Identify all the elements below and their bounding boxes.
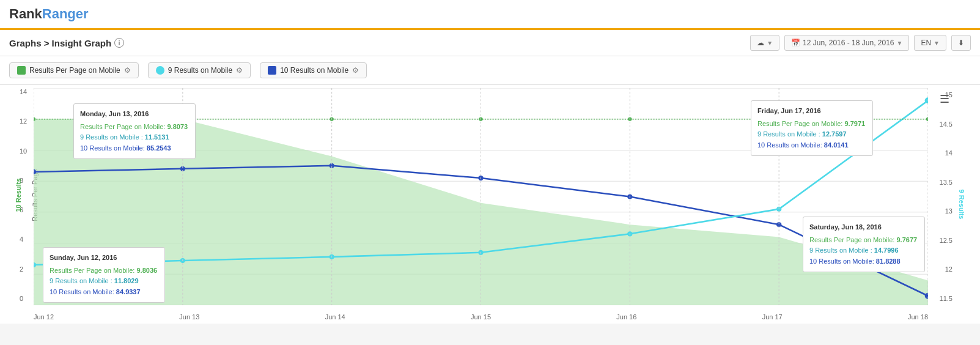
language-button[interactable]: EN ▼ xyxy=(914,35,946,51)
tooltip-jun12-lightblue: 9 Results on Mobile : 11.8029 xyxy=(50,276,158,287)
logo: RankRanger xyxy=(9,6,971,22)
cube-icon: ☁ xyxy=(757,39,764,47)
y-axis-right: 15 14.5 14 13.5 13 12.5 12 11.5 xyxy=(929,88,952,305)
legend-label-9-results: 9 Results on Mobile xyxy=(168,66,232,75)
legend-color-darkblue xyxy=(268,66,276,75)
legend-item-results-per-page[interactable]: Results Per Page on Mobile ⚙ xyxy=(9,62,139,78)
tooltip-jun18-darkblue: 10 Results on Mobile: 81.8288 xyxy=(809,256,918,267)
tooltip-jun18-lightblue: 9 Results on Mobile : 14.7996 xyxy=(809,245,918,256)
download-button[interactable]: ⬇ xyxy=(951,35,971,51)
tooltip-jun12-green: Results Per Page on Mobile: 9.8036 xyxy=(50,265,158,276)
x-label-jun15: Jun 15 xyxy=(471,313,491,321)
logo-rank: Rank xyxy=(9,6,42,21)
tooltip-jun17-green: Results Per Page on Mobile: 9.7971 xyxy=(757,119,866,130)
toolbar-right: ☁ ▼ 📅 12 Jun, 2016 - 18 Jun, 2016 ▼ EN ▼… xyxy=(750,35,971,51)
breadcrumb-text: Graphs > Insight Graph xyxy=(9,38,111,48)
tooltip-jun18-green: Results Per Page on Mobile: 9.7677 xyxy=(809,235,918,246)
y-right-axis-label: 9 Results xyxy=(959,190,966,220)
download-icon: ⬇ xyxy=(958,39,964,47)
x-label-jun18: Jun 18 xyxy=(908,313,928,321)
legend-item-9-results[interactable]: 9 Results on Mobile ⚙ xyxy=(148,62,251,78)
tooltip-jun12-date: Sunday, Jun 12, 2016 xyxy=(50,253,158,264)
tooltip-jun18-date: Saturday, Jun 18, 2016 xyxy=(809,222,918,233)
calendar-icon: 📅 xyxy=(791,39,800,47)
gear-icon-2[interactable]: ⚙ xyxy=(236,66,243,75)
logo-ranger: Ranger xyxy=(42,6,89,21)
y-left-axis-label-vertical: 10 Results xyxy=(15,178,22,212)
language-label: EN xyxy=(921,39,931,47)
chart-area: ☰ 10 Results 14 12 10 8 6 4 2 0 Results … xyxy=(0,85,980,324)
tooltip-jun12: Sunday, Jun 12, 2016 Results Per Page on… xyxy=(43,247,165,303)
x-label-jun14: Jun 14 xyxy=(325,313,345,321)
x-axis-labels: Jun 12 Jun 13 Jun 14 Jun 15 Jun 16 Jun 1… xyxy=(34,313,928,321)
tooltip-jun13: Monday, Jun 13, 2016 Results Per Page on… xyxy=(73,103,196,159)
tooltip-jun12-darkblue: 10 Results on Mobile: 84.9337 xyxy=(50,287,158,298)
legend-color-green xyxy=(17,66,26,75)
breadcrumb: Graphs > Insight Graph i xyxy=(9,38,124,48)
y-axis-left: 10 Results 14 12 10 8 6 4 2 0 Results Pe… xyxy=(0,85,34,305)
tooltip-jun13-lightblue: 9 Results on Mobile : 11.5131 xyxy=(80,132,189,143)
legend-color-lightblue xyxy=(156,66,164,75)
tooltip-jun18: Saturday, Jun 18, 2016 Results Per Page … xyxy=(803,217,925,272)
legend-label-10-results: 10 Results on Mobile xyxy=(280,66,348,75)
legend-item-10-results[interactable]: 10 Results on Mobile ⚙ xyxy=(260,62,367,78)
tooltip-jun13-green: Results Per Page on Mobile: 9.8073 xyxy=(80,122,189,133)
date-range-label: 12 Jun, 2016 - 18 Jun, 2016 xyxy=(803,39,894,47)
legend-label-results-per-page: Results Per Page on Mobile xyxy=(29,66,120,75)
toolbar: Graphs > Insight Graph i ☁ ▼ 📅 12 Jun, 2… xyxy=(0,30,980,56)
x-label-jun17: Jun 17 xyxy=(762,313,783,321)
x-label-jun12: Jun 12 xyxy=(34,313,54,321)
x-label-jun16: Jun 16 xyxy=(616,313,636,321)
tooltip-jun17-darkblue: 10 Results on Mobile: 84.0141 xyxy=(757,140,866,151)
header: RankRanger xyxy=(0,0,980,30)
cube-button[interactable]: ☁ ▼ xyxy=(750,35,779,51)
info-icon[interactable]: i xyxy=(114,38,124,48)
legend-bar: Results Per Page on Mobile ⚙ 9 Results o… xyxy=(0,56,980,85)
chevron-down-icon2: ▼ xyxy=(897,40,903,46)
x-label-jun13: Jun 13 xyxy=(179,313,199,321)
tooltip-jun13-date: Monday, Jun 13, 2016 xyxy=(80,109,189,120)
gear-icon-1[interactable]: ⚙ xyxy=(124,66,131,75)
chevron-down-icon: ▼ xyxy=(767,40,773,46)
chevron-down-icon3: ▼ xyxy=(934,40,940,46)
tooltip-jun13-darkblue: 10 Results on Mobile: 85.2543 xyxy=(80,143,189,154)
tooltip-jun17-date: Friday, Jun 17, 2016 xyxy=(757,106,866,117)
gear-icon-3[interactable]: ⚙ xyxy=(352,66,359,75)
date-range-button[interactable]: 📅 12 Jun, 2016 - 18 Jun, 2016 ▼ xyxy=(784,35,909,51)
tooltip-jun17: Friday, Jun 17, 2016 Results Per Page on… xyxy=(751,100,873,156)
tooltip-jun17-lightblue: 9 Results on Mobile : 12.7597 xyxy=(757,129,866,140)
